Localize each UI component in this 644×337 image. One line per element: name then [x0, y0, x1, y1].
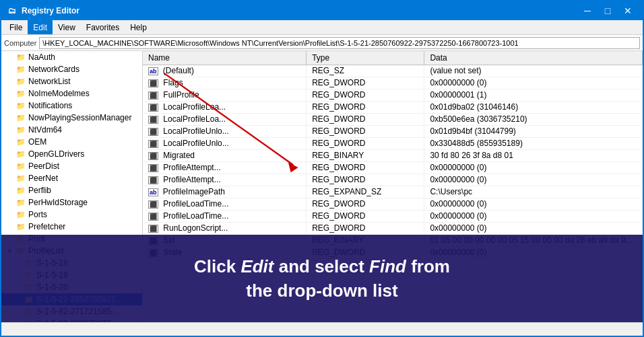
cell-name: ab (Default): [143, 65, 307, 77]
cell-name: ⬛ Flags: [143, 77, 307, 89]
table-row[interactable]: ab ProfileImagePath REG_EXPAND_SZ C:\Use…: [143, 186, 643, 198]
address-label: Computer: [4, 39, 36, 47]
tree-item-nowplaying[interactable]: 📁 NowPlayingSessionManager: [1, 112, 142, 124]
table-row[interactable]: ⬛ LocalProfileLoa... REG_DWORD 0xb500e6e…: [143, 113, 643, 125]
tree-item-perflib[interactable]: 📁 Perflib: [1, 184, 142, 196]
cell-name: ⬛ ProfileAttempt...: [143, 174, 307, 186]
table-row[interactable]: ⬛ ProfileAttempt... REG_DWORD 0x00000000…: [143, 174, 643, 186]
cell-data: 0x00000000 (0): [424, 77, 643, 89]
cell-type: REG_DWORD: [307, 210, 424, 222]
table-row[interactable]: ab (Default) REG_SZ (value not set): [143, 65, 643, 77]
tree-item-noime[interactable]: 📁 NoImeModelmes: [1, 87, 142, 100]
tree-item-prefetcher[interactable]: 📁 Prefetcher: [1, 221, 142, 233]
table-row[interactable]: ⬛ Migrated REG_BINARY 30 fd 80 26 3f 8a …: [143, 149, 643, 161]
menu-file[interactable]: File: [4, 20, 28, 34]
maximize-button[interactable]: □: [598, 3, 617, 18]
table-row[interactable]: ⬛ LocalProfileUnlo... REG_DWORD 0x01d9b4…: [143, 125, 643, 137]
cell-name: ⬛ ProfileLoadTime...: [143, 210, 307, 222]
table-row[interactable]: ⬛ LocalProfileLoa... REG_DWORD 0x01d9ba0…: [143, 101, 643, 113]
column-header-name[interactable]: Name: [143, 51, 307, 65]
menu-edit[interactable]: Edit: [28, 20, 53, 34]
table-row[interactable]: ⬛ Flags REG_DWORD 0x00000000 (0): [143, 77, 643, 89]
title-bar: 🗂 Registry Editor ─ □ ✕: [1, 1, 643, 20]
overlay-annotation: Click Edit and select Find from the drop…: [1, 235, 643, 322]
tree-item-opengl[interactable]: 📁 OpenGLDrivers: [1, 148, 142, 160]
tree-item-networkcards[interactable]: 📁 NetworkCards: [1, 63, 142, 75]
tree-item-naauth[interactable]: 📁 NaAuth: [1, 51, 142, 63]
cell-name: ⬛ FullProfile: [143, 89, 307, 101]
menu-favorites[interactable]: Favorites: [81, 20, 125, 34]
table-row[interactable]: ⬛ RunLogonScript... REG_DWORD 0x00000000…: [143, 222, 643, 234]
cell-name: ⬛ RunLogonScript...: [143, 222, 307, 234]
value-icon: ab: [148, 66, 158, 75]
column-header-type[interactable]: Type: [307, 51, 424, 65]
value-icon: ⬛: [148, 139, 158, 148]
cell-type: REG_DWORD: [307, 125, 424, 137]
column-header-data[interactable]: Data: [424, 51, 643, 65]
tree-arrow: [7, 90, 15, 97]
tree-item-notifications[interactable]: 📁 Notifications: [1, 100, 142, 112]
tree-arrow: [7, 102, 15, 109]
cell-data: 0x00000000 (0): [424, 174, 643, 186]
cell-data: 0xb500e6ea (3036735210): [424, 113, 643, 125]
value-icon: ⬛: [148, 90, 158, 100]
folder-icon: 📁: [16, 186, 26, 195]
cell-type: REG_SZ: [307, 65, 424, 77]
minimize-button[interactable]: ─: [578, 3, 597, 18]
cell-data: 0x01d9ba02 (31046146): [424, 101, 643, 113]
menu-view[interactable]: View: [53, 20, 81, 34]
tree-item-label: NetworkList: [28, 77, 71, 86]
cell-type: REG_DWORD: [307, 101, 424, 113]
cell-name: ab ProfileImagePath: [143, 186, 307, 198]
cell-data: 0x01d9b4bf (31044799): [424, 125, 643, 137]
cell-type: REG_DWORD: [307, 113, 424, 125]
overlay-line2: the drop-down list: [194, 278, 450, 303]
address-bar: Computer: [1, 35, 643, 51]
menu-bar: File Edit View Favorites Help: [1, 20, 643, 35]
address-input[interactable]: [39, 37, 640, 49]
tree-item-peerdist[interactable]: 📁 PeerDist: [1, 160, 142, 172]
value-name: Migrated: [163, 151, 195, 160]
menu-help[interactable]: Help: [125, 20, 152, 34]
tree-arrow: [7, 187, 15, 194]
overlay-text: Click Edit and select Find from the drop…: [194, 254, 450, 303]
tree-item-oem[interactable]: 📁 OEM: [1, 136, 142, 148]
tree-item-ports[interactable]: 📁 Ports: [1, 209, 142, 221]
tree-item-label: PeerNet: [28, 174, 58, 183]
tree-arrow: [7, 163, 15, 170]
cell-data: (value not set): [424, 65, 643, 77]
cell-name: ⬛ LocalProfileLoa...: [143, 101, 307, 113]
values-table: Name Type Data ab (Default) REG_SZ (valu…: [143, 51, 643, 259]
value-icon: ⬛: [148, 102, 158, 112]
table-row[interactable]: ⬛ ProfileLoadTime... REG_DWORD 0x0000000…: [143, 198, 643, 210]
value-icon: ⬛: [148, 151, 158, 160]
tree-item-label: Ports: [28, 210, 47, 219]
tree-item-ntvdm64[interactable]: 📁 NtVdm64: [1, 124, 142, 136]
table-row[interactable]: ⬛ ProfileLoadTime... REG_DWORD 0x0000000…: [143, 210, 643, 222]
value-icon: ⬛: [148, 163, 158, 172]
tree-arrow: [7, 114, 15, 121]
table-row[interactable]: ⬛ LocalProfileUnlo... REG_DWORD 0x330488…: [143, 137, 643, 149]
tree-item-perhwidstorage[interactable]: 📁 PerHwIdStorage: [1, 196, 142, 209]
value-icon: ⬛: [148, 223, 158, 233]
tree-item-label: NetworkCards: [28, 65, 79, 74]
tree-item-label: NaAuth: [28, 52, 55, 62]
value-icon: ⬛: [148, 78, 158, 87]
close-button[interactable]: ✕: [618, 3, 637, 18]
value-name: ProfileLoadTime...: [163, 211, 228, 221]
value-name: LocalProfileLoa...: [163, 114, 226, 124]
tree-item-label: Prefetcher: [28, 222, 65, 231]
tree-item-label: Perflib: [28, 186, 51, 195]
folder-icon: 📁: [16, 77, 26, 86]
value-icon: ⬛: [148, 199, 158, 209]
cell-type: REG_EXPAND_SZ: [307, 186, 424, 198]
tree-item-networklist[interactable]: 📁 NetworkList: [1, 75, 142, 87]
value-name: ProfileImagePath: [163, 187, 225, 196]
table-row[interactable]: ⬛ FullProfile REG_DWORD 0x00000001 (1): [143, 89, 643, 101]
app-icon: 🗂: [7, 5, 18, 16]
tree-item-peernet[interactable]: 📁 PeerNet: [1, 172, 142, 184]
table-row[interactable]: ⬛ ProfileAttempt... REG_DWORD 0x00000000…: [143, 161, 643, 174]
cell-data: 0x00000001 (1): [424, 89, 643, 101]
cell-data: 0x00000000 (0): [424, 210, 643, 222]
cell-data: C:\Users\pc: [424, 186, 643, 198]
